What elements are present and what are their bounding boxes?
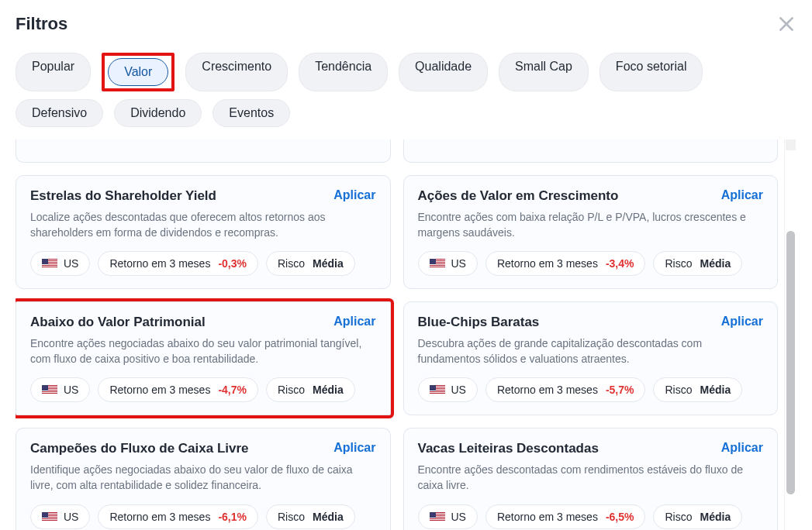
card-description: Encontre ações com baixa relação P/L e P… bbox=[418, 210, 764, 240]
card-title: Ações de Valor em Crescimento bbox=[418, 188, 619, 204]
region-label: US bbox=[451, 384, 466, 396]
tab-popular[interactable]: Popular bbox=[16, 53, 91, 91]
return-label: Retorno em 3 meses bbox=[109, 384, 210, 396]
us-flag-icon bbox=[430, 385, 445, 394]
tab-qualidade[interactable]: Qualidade bbox=[399, 53, 488, 91]
apply-button[interactable]: Aplicar bbox=[333, 315, 375, 329]
card-chips: USRetorno em 3 meses-4,7%RiscoMédia bbox=[30, 377, 376, 402]
risk-value: Média bbox=[700, 384, 731, 396]
risk-value: Média bbox=[313, 384, 344, 396]
region-chip[interactable]: US bbox=[30, 377, 90, 402]
return-label: Retorno em 3 meses bbox=[109, 257, 210, 270]
region-chip[interactable]: US bbox=[30, 504, 90, 529]
return-chip[interactable]: Retorno em 3 meses-6,5% bbox=[485, 504, 646, 529]
tab-foco-setorial[interactable]: Foco setorial bbox=[599, 53, 703, 91]
risk-chip[interactable]: RiscoMédia bbox=[653, 377, 742, 402]
us-flag-icon bbox=[430, 259, 445, 268]
return-chip[interactable]: Retorno em 3 meses-0,3% bbox=[98, 251, 258, 276]
card-description: Identifique ações negociadas abaixo do s… bbox=[30, 463, 376, 493]
risk-chip[interactable]: RiscoMédia bbox=[266, 251, 355, 276]
risk-chip[interactable]: RiscoMédia bbox=[653, 251, 742, 276]
return-value: -5,7% bbox=[606, 384, 634, 396]
close-button[interactable] bbox=[776, 14, 796, 37]
page-title: Filtros bbox=[16, 14, 67, 34]
return-label: Retorno em 3 meses bbox=[109, 511, 210, 523]
region-chip[interactable]: US bbox=[418, 251, 478, 276]
region-label: US bbox=[451, 511, 466, 523]
card-chips: USRetorno em 3 meses-3,4%RiscoMédia bbox=[418, 251, 764, 276]
tab-tendência[interactable]: Tendência bbox=[299, 53, 388, 91]
return-label: Retorno em 3 meses bbox=[497, 511, 598, 523]
card-cutoff bbox=[403, 139, 779, 163]
us-flag-icon bbox=[42, 512, 57, 521]
filter-card: Campeões do Fluxo de Caixa LivreAplicarI… bbox=[16, 428, 391, 530]
filter-card: Estrelas do Shareholder YieldAplicarLoca… bbox=[16, 175, 391, 289]
return-chip[interactable]: Retorno em 3 meses-5,7% bbox=[485, 377, 646, 402]
us-flag-icon bbox=[430, 512, 445, 521]
tab-defensivo[interactable]: Defensivo bbox=[16, 99, 103, 127]
card-chips: USRetorno em 3 meses-5,7%RiscoMédia bbox=[418, 377, 764, 402]
card-title: Abaixo do Valor Patrimonial bbox=[30, 315, 206, 330]
risk-label: Risco bbox=[278, 511, 305, 523]
tab-crescimento[interactable]: Crescimento bbox=[185, 53, 288, 91]
apply-button[interactable]: Aplicar bbox=[721, 315, 763, 329]
card-title: Blue-Chips Baratas bbox=[418, 315, 540, 330]
return-value: -6,5% bbox=[606, 511, 634, 523]
card-description: Descubra ações de grande capitalização d… bbox=[418, 336, 764, 367]
tab-dividendo[interactable]: Dividendo bbox=[114, 99, 202, 127]
filter-tabs: PopularValorCrescimentoTendênciaQualidad… bbox=[16, 53, 796, 127]
card-title: Estrelas do Shareholder Yield bbox=[30, 188, 216, 204]
risk-chip[interactable]: RiscoMédia bbox=[653, 504, 742, 529]
risk-label: Risco bbox=[665, 511, 692, 523]
return-chip[interactable]: Retorno em 3 meses-6,1% bbox=[98, 504, 258, 529]
apply-button[interactable]: Aplicar bbox=[721, 188, 763, 202]
risk-label: Risco bbox=[278, 257, 305, 270]
risk-label: Risco bbox=[278, 384, 305, 396]
card-chips: USRetorno em 3 meses-6,5%RiscoMédia bbox=[418, 504, 764, 529]
risk-value: Média bbox=[313, 257, 344, 270]
risk-chip[interactable]: RiscoMédia bbox=[266, 504, 355, 529]
apply-button[interactable]: Aplicar bbox=[333, 441, 375, 455]
apply-button[interactable]: Aplicar bbox=[333, 188, 375, 202]
tab-small-cap[interactable]: Small Cap bbox=[499, 53, 589, 91]
card-title: Campeões do Fluxo de Caixa Livre bbox=[30, 441, 249, 456]
close-icon bbox=[776, 14, 796, 34]
return-value: -6,1% bbox=[218, 511, 247, 523]
return-label: Retorno em 3 meses bbox=[497, 384, 598, 396]
risk-value: Média bbox=[700, 511, 731, 523]
card-description: Localize ações descontadas que oferecem … bbox=[30, 210, 376, 240]
risk-value: Média bbox=[313, 511, 344, 523]
return-value: -4,7% bbox=[218, 384, 247, 396]
apply-button[interactable]: Aplicar bbox=[721, 441, 763, 455]
card-chips: USRetorno em 3 meses-6,1%RiscoMédia bbox=[30, 504, 376, 529]
region-label: US bbox=[451, 257, 466, 270]
return-chip[interactable]: Retorno em 3 meses-4,7% bbox=[98, 377, 258, 402]
return-label: Retorno em 3 meses bbox=[497, 257, 598, 270]
scroll-thumb[interactable] bbox=[786, 231, 795, 494]
cards-grid: Estrelas do Shareholder YieldAplicarLoca… bbox=[16, 175, 778, 530]
card-chips: USRetorno em 3 meses-0,3%RiscoMédia bbox=[30, 251, 376, 276]
filter-card: Ações de Valor em CrescimentoAplicarEnco… bbox=[403, 175, 779, 289]
region-chip[interactable]: US bbox=[418, 504, 478, 529]
region-chip[interactable]: US bbox=[418, 377, 478, 402]
tab-eventos[interactable]: Eventos bbox=[213, 99, 290, 127]
region-chip[interactable]: US bbox=[30, 251, 90, 276]
card-title: Vacas Leiteiras Descontadas bbox=[418, 441, 599, 456]
us-flag-icon bbox=[42, 259, 57, 268]
risk-chip[interactable]: RiscoMédia bbox=[266, 377, 355, 402]
region-label: US bbox=[64, 257, 78, 270]
risk-label: Risco bbox=[665, 384, 692, 396]
return-value: -3,4% bbox=[606, 257, 634, 270]
filter-card: Blue-Chips BaratasAplicarDescubra ações … bbox=[403, 301, 779, 415]
card-cutoff bbox=[16, 139, 391, 163]
scrollbar[interactable] bbox=[784, 139, 796, 530]
tab-highlight: Valor bbox=[102, 53, 174, 91]
return-chip[interactable]: Retorno em 3 meses-3,4% bbox=[485, 251, 646, 276]
card-description: Encontre ações negociadas abaixo do seu … bbox=[30, 336, 376, 367]
region-label: US bbox=[64, 384, 78, 396]
return-value: -0,3% bbox=[218, 257, 247, 270]
tab-valor[interactable]: Valor bbox=[108, 58, 168, 86]
filter-card: Abaixo do Valor PatrimonialAplicarEncont… bbox=[16, 301, 391, 415]
filter-card: Vacas Leiteiras DescontadasAplicarEncont… bbox=[403, 428, 779, 530]
us-flag-icon bbox=[42, 385, 57, 394]
